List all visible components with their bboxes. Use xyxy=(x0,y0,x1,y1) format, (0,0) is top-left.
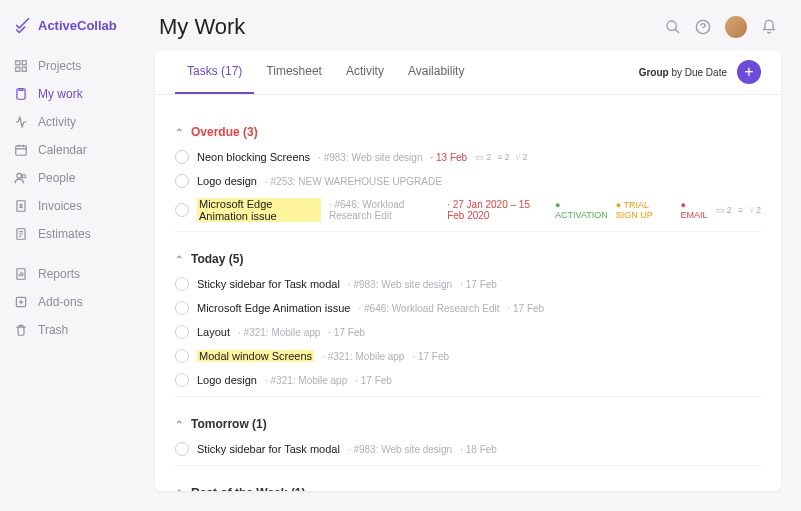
svg-rect-0 xyxy=(16,61,20,65)
task-row[interactable]: Microsoft Edge Animation issue · #646: W… xyxy=(175,193,761,227)
group-title: Today (5) xyxy=(191,252,243,266)
task-date: · 17 Feb xyxy=(412,351,449,362)
task-meta: · #983: Web site design xyxy=(348,279,452,290)
task-meta: · #983: Web site design xyxy=(318,152,422,163)
main: My Work Tasks (17) Timesheet Activity Av… xyxy=(135,0,801,511)
task-checkbox[interactable] xyxy=(175,277,189,291)
nav-label: Estimates xyxy=(38,227,91,241)
task-name: Sticky sidebar for Task modal xyxy=(197,443,340,455)
help-icon[interactable] xyxy=(695,19,711,35)
nav-reports[interactable]: Reports xyxy=(0,260,135,288)
nav-estimates[interactable]: Estimates xyxy=(0,220,135,248)
task-meta: · #646: Workload Research Edit xyxy=(329,199,439,221)
task-date: · 13 Feb xyxy=(430,152,467,163)
calendar-icon xyxy=(14,143,28,157)
task-meta: · #983: Web site design xyxy=(348,444,452,455)
task-date: · 17 Feb xyxy=(507,303,544,314)
trash-icon xyxy=(14,323,28,337)
tabs: Tasks (17) Timesheet Activity Availabili… xyxy=(155,50,781,95)
svg-rect-2 xyxy=(16,67,20,71)
group-title: Overdue (3) xyxy=(191,125,258,139)
task-checkbox[interactable] xyxy=(175,203,189,217)
task-date: · 27 Jan 2020 – 15 Feb 2020 xyxy=(447,199,547,221)
nav-projects[interactable]: Projects xyxy=(0,52,135,80)
task-meta: · #253: NEW WAREHOUSE UPGRADE xyxy=(265,176,442,187)
add-button[interactable]: + xyxy=(737,60,761,84)
search-icon[interactable] xyxy=(665,19,681,35)
group-title: Rest of the Week (1) xyxy=(191,486,305,491)
group-tomorrow-header[interactable]: ⌃Tomorrow (1) xyxy=(175,411,761,437)
task-name: Layout xyxy=(197,326,230,338)
task-checkbox[interactable] xyxy=(175,349,189,363)
chevron-down-icon: ⌃ xyxy=(175,127,183,138)
group-value: by Due Date xyxy=(669,67,727,78)
nav-activity[interactable]: Activity xyxy=(0,108,135,136)
task-row[interactable]: Logo design· #321: Mobile app· 17 Feb xyxy=(175,368,761,392)
tab-activity[interactable]: Activity xyxy=(334,50,396,94)
nav-people[interactable]: People xyxy=(0,164,135,192)
nav-label: Add-ons xyxy=(38,295,83,309)
nav-label: Projects xyxy=(38,59,81,73)
task-row[interactable]: Layout· #321: Mobile app· 17 Feb xyxy=(175,320,761,344)
task-checkbox[interactable] xyxy=(175,301,189,315)
task-date: · 17 Feb xyxy=(328,327,365,338)
svg-rect-3 xyxy=(22,67,26,71)
group-today-header[interactable]: ⌃Today (5) xyxy=(175,246,761,272)
nav-label: People xyxy=(38,171,75,185)
task-row[interactable]: Sticky sidebar for Task modal· #983: Web… xyxy=(175,437,761,461)
nav-addons[interactable]: Add-ons xyxy=(0,288,135,316)
tab-timesheet[interactable]: Timesheet xyxy=(254,50,334,94)
people-icon xyxy=(14,171,28,185)
nav-my-work[interactable]: My work xyxy=(0,80,135,108)
tab-tasks[interactable]: Tasks (17) xyxy=(175,50,254,94)
brand-logo[interactable]: ActiveCollab xyxy=(0,16,135,52)
task-name: Logo design xyxy=(197,175,257,187)
brand-text: ActiveCollab xyxy=(38,18,117,33)
task-date: · 18 Feb xyxy=(460,444,497,455)
task-indicators: ▭ 2≡⑂ 2 xyxy=(716,205,761,215)
tab-availability[interactable]: Availability xyxy=(396,50,476,94)
nav-calendar[interactable]: Calendar xyxy=(0,136,135,164)
task-row[interactable]: Neon blocking Screens · #983: Web site d… xyxy=(175,145,761,169)
task-row[interactable]: Modal window Screens· #321: Mobile app· … xyxy=(175,344,761,368)
task-checkbox[interactable] xyxy=(175,174,189,188)
sidebar: ActiveCollab Projects My work Activity C… xyxy=(0,0,135,511)
svg-point-7 xyxy=(22,175,26,179)
task-checkbox[interactable] xyxy=(175,325,189,339)
subtask-icon: ⑂ 2 xyxy=(749,205,761,215)
task-meta: · #321: Mobile app xyxy=(238,327,320,338)
nav-label: Reports xyxy=(38,267,80,281)
task-row[interactable]: Logo design · #253: NEW WAREHOUSE UPGRAD… xyxy=(175,169,761,193)
group-rest-header[interactable]: ⌃Rest of the Week (1) xyxy=(175,480,761,491)
task-name: Logo design xyxy=(197,374,257,386)
task-content[interactable]: ⌃Overdue (3) Neon blocking Screens · #98… xyxy=(155,95,781,491)
tag-trial: TRIAL SIGN UP xyxy=(616,200,673,220)
task-meta: · #646: Workload Research Edit xyxy=(358,303,499,314)
nav-label: My work xyxy=(38,87,83,101)
nav-label: Invoices xyxy=(38,199,82,213)
list-icon: ≡ 2 xyxy=(497,152,509,162)
svg-rect-1 xyxy=(22,61,26,65)
header-actions xyxy=(665,16,777,38)
task-row[interactable]: Microsoft Edge Animation issue· #646: Wo… xyxy=(175,296,761,320)
task-row[interactable]: Sticky sidebar for Task modal· #983: Web… xyxy=(175,272,761,296)
tag-email: EMAIL xyxy=(680,200,707,220)
group-by[interactable]: Group by Due Date xyxy=(639,67,727,78)
work-panel: Tasks (17) Timesheet Activity Availabili… xyxy=(155,50,781,491)
task-name: Microsoft Edge Animation issue xyxy=(197,302,350,314)
task-checkbox[interactable] xyxy=(175,150,189,164)
nav-trash[interactable]: Trash xyxy=(0,316,135,344)
svg-point-6 xyxy=(17,173,22,178)
nav-list: Projects My work Activity Calendar Peopl… xyxy=(0,52,135,344)
avatar[interactable] xyxy=(725,16,747,38)
group-overdue-header[interactable]: ⌃Overdue (3) xyxy=(175,119,761,145)
task-name: Modal window Screens xyxy=(197,350,314,362)
report-icon xyxy=(14,267,28,281)
task-checkbox[interactable] xyxy=(175,373,189,387)
task-checkbox[interactable] xyxy=(175,442,189,456)
nav-label: Calendar xyxy=(38,143,87,157)
nav-invoices[interactable]: Invoices xyxy=(0,192,135,220)
task-name: Microsoft Edge Animation issue xyxy=(197,198,321,222)
comment-icon: ▭ 2 xyxy=(475,152,491,162)
bell-icon[interactable] xyxy=(761,19,777,35)
